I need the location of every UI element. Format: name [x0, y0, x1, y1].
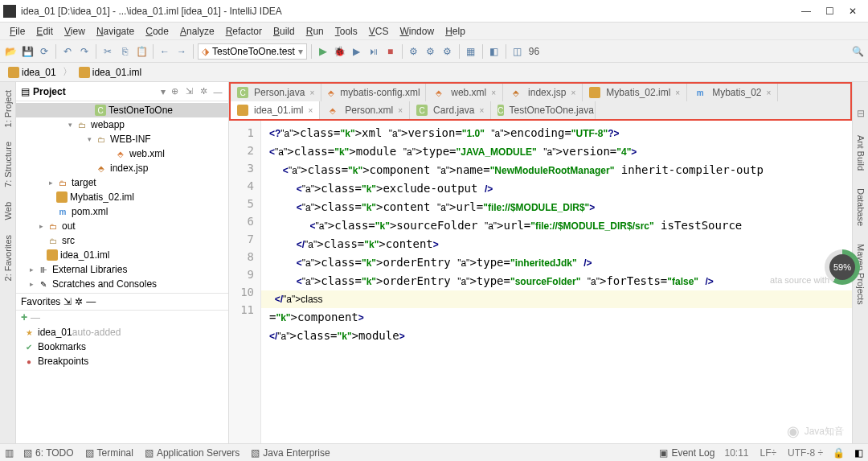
tree-row[interactable]: CTestOneToOne — [16, 103, 228, 117]
tool2-icon[interactable]: ⚙ — [424, 44, 438, 59]
tree-row[interactable]: ▸🗀target — [16, 175, 228, 190]
editor-tab[interactable]: CPerson.java× — [231, 84, 321, 101]
editor-tab[interactable]: mMybatis_02× — [687, 84, 778, 101]
menu-refactor[interactable]: Refactor — [221, 24, 267, 39]
save-icon[interactable]: 💾 — [20, 44, 35, 59]
refresh-icon[interactable]: ⟳ — [37, 44, 51, 59]
editor-tab[interactable]: CTestOneToOne.java× — [491, 101, 596, 119]
debug-icon[interactable]: 🐞 — [333, 44, 347, 59]
stop-icon[interactable]: ■ — [383, 44, 398, 59]
tree-row[interactable]: ⬘index.jsp — [16, 161, 228, 175]
fav-gear-icon[interactable]: ✲ — [75, 296, 83, 307]
editor-tab[interactable]: idea_01.iml× — [231, 101, 320, 119]
menu-vcs[interactable]: VCS — [364, 24, 394, 39]
lock-icon[interactable]: 🔒 — [833, 447, 845, 459]
add-favorite-button[interactable]: + — — [16, 311, 228, 323]
open-icon[interactable]: 📂 — [3, 44, 18, 59]
tool4-icon[interactable]: ◧ — [487, 44, 502, 59]
statusbar-item[interactable]: ▣Event Log — [659, 447, 714, 459]
close-tab-icon[interactable]: × — [767, 88, 772, 97]
tree-row[interactable]: ▸⊪External Libraries — [16, 262, 228, 277]
menu-navigate[interactable]: Navigate — [92, 24, 139, 39]
copy-icon[interactable]: ⎘ — [117, 44, 132, 59]
locate-icon[interactable]: ⊕ — [169, 86, 180, 97]
tree-row[interactable]: ▸🗀out — [16, 219, 228, 233]
run-icon[interactable]: ▶ — [316, 44, 330, 59]
paste-icon[interactable]: 📋 — [134, 44, 149, 59]
tree-row[interactable]: ▸✎Scratches and Consoles — [16, 277, 228, 291]
close-tab-icon[interactable]: × — [398, 106, 403, 115]
close-tab-icon[interactable]: × — [675, 88, 680, 97]
statusbar-item[interactable]: ▧6: TODO — [23, 447, 74, 459]
left-tab[interactable]: 7: Structure — [2, 138, 14, 191]
tree-row[interactable]: Mybatis_02.iml — [16, 190, 228, 204]
left-tab[interactable]: 1: Project — [2, 87, 14, 130]
sb-toggle-icon[interactable]: ▥ — [5, 447, 14, 459]
cut-icon[interactable]: ✂ — [100, 44, 115, 59]
close-tab-icon[interactable]: × — [491, 88, 496, 97]
tool5-icon[interactable]: ◫ — [510, 44, 525, 59]
right-tab[interactable]: Ant Build — [854, 132, 867, 174]
run-config-select[interactable]: ⬗ TestOneToOne.test ▾ — [198, 43, 307, 60]
collapse-icon[interactable]: ⇲ — [183, 86, 194, 97]
menu-code[interactable]: Code — [141, 24, 174, 39]
tree-row[interactable]: idea_01.iml — [16, 248, 228, 262]
close-tab-icon[interactable]: × — [571, 88, 575, 97]
rg-icon1[interactable]: ⊟ — [854, 106, 868, 121]
fav-collapse-icon[interactable]: ⇲ — [63, 296, 72, 307]
menu-help[interactable]: Help — [440, 24, 470, 39]
fav-hide-icon[interactable]: — — [86, 296, 96, 307]
editor-tab[interactable]: CCard.java× — [410, 101, 491, 119]
profile-icon[interactable]: ⏯ — [366, 44, 381, 59]
statusbar-item[interactable]: ▧Terminal — [85, 447, 133, 459]
tree-row[interactable]: ▾🗀webapp — [16, 117, 228, 132]
tool3-icon[interactable]: ⚙ — [440, 44, 455, 59]
menu-view[interactable]: View — [59, 24, 90, 39]
close-button[interactable]: ✕ — [849, 6, 857, 17]
tree-row[interactable]: mpom.xml — [16, 204, 228, 219]
favorite-item[interactable]: ✔Bookmarks — [16, 340, 228, 354]
statusbar-item[interactable]: ▧Application Servers — [145, 447, 240, 459]
editor-tab[interactable]: Mybatis_02.iml× — [583, 84, 687, 101]
notify-icon[interactable]: ◧ — [854, 447, 863, 459]
menu-analyze[interactable]: Analyze — [175, 24, 219, 39]
coverage-icon[interactable]: ▶ — [350, 44, 364, 59]
tree-row[interactable]: ⬘web.xml — [16, 146, 228, 161]
menu-build[interactable]: Build — [268, 24, 300, 39]
right-tab[interactable]: Database — [854, 185, 867, 229]
redo-icon[interactable]: ↷ — [77, 44, 92, 59]
menu-run[interactable]: Run — [301, 24, 329, 39]
tree-row[interactable]: ▾🗀WEB-INF — [16, 132, 228, 146]
fwd-icon[interactable]: → — [174, 44, 189, 59]
tool1-icon[interactable]: ⚙ — [407, 44, 421, 59]
search-icon[interactable]: 🔍 — [850, 44, 865, 59]
close-tab-icon[interactable]: × — [479, 106, 484, 115]
tree-row[interactable]: 🗀src — [16, 233, 228, 248]
favorite-item[interactable]: ★idea_01 auto-added — [16, 325, 228, 340]
statusbar-item[interactable]: ▧Java Enterprise — [251, 447, 330, 459]
editor-tab[interactable]: ⬘index.jsp× — [503, 84, 583, 101]
menu-file[interactable]: File — [5, 24, 30, 39]
editor-tab[interactable]: ⬘Person.xml× — [320, 101, 410, 119]
progress-indicator[interactable]: 59% — [825, 249, 860, 285]
editor-tab[interactable]: ⬘web.xml× — [426, 84, 503, 101]
favorite-item[interactable]: ●Breakpoints — [16, 354, 228, 368]
minimize-button[interactable]: — — [801, 6, 811, 17]
menu-tools[interactable]: Tools — [330, 24, 362, 39]
gear-icon[interactable]: ✲ — [198, 86, 209, 97]
menu-window[interactable]: Window — [395, 24, 439, 39]
editor-tab[interactable]: ⬘mybatis-config.xml× — [321, 84, 426, 101]
struct-icon[interactable]: ▦ — [464, 44, 478, 59]
back-icon[interactable]: ← — [158, 44, 172, 59]
hide-icon[interactable]: — — [212, 86, 223, 97]
code-editor[interactable]: <?"a">class="k">xml "a">version="1.0" "a… — [261, 121, 852, 443]
breadcrumb-item[interactable]: idea_01 — [5, 66, 59, 79]
maximize-button[interactable]: ☐ — [825, 6, 834, 17]
breadcrumb-item[interactable]: idea_01.iml — [76, 66, 145, 79]
menu-edit[interactable]: Edit — [31, 24, 58, 39]
close-tab-icon[interactable]: × — [309, 88, 314, 97]
close-tab-icon[interactable]: × — [308, 106, 313, 115]
left-tab[interactable]: Web — [2, 199, 14, 223]
undo-icon[interactable]: ↶ — [60, 44, 75, 59]
left-tab[interactable]: 2: Favorites — [2, 232, 14, 284]
